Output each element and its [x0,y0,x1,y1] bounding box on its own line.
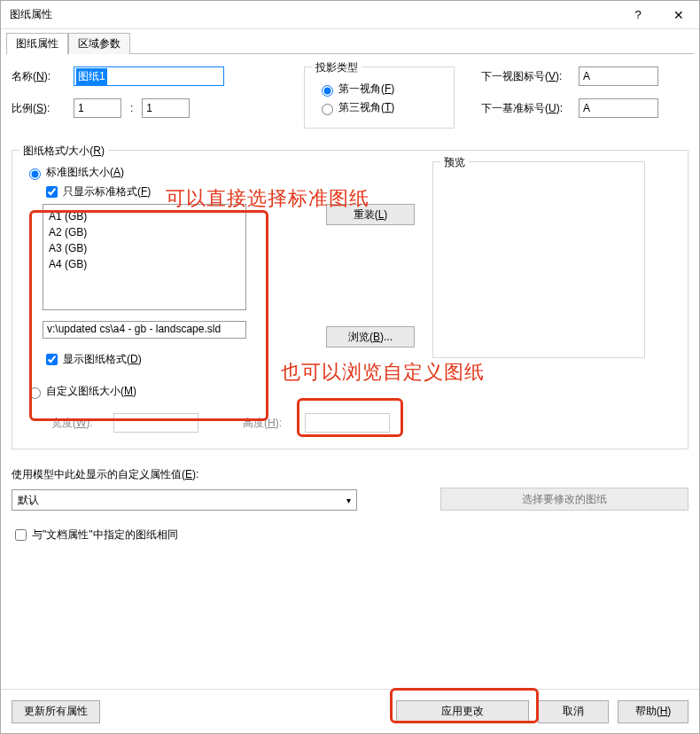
cancel-button[interactable]: 取消 [538,700,609,723]
custom-props-selected: 默认 [18,493,39,508]
dialog-footer: 更新所有属性 应用更改 取消 帮助(H) [1,689,699,733]
show-format-check[interactable]: 显示图纸格式(D) [43,351,291,368]
format-size-group: 图纸格式/大小(R) 标准图纸大小(A) 只显示标准格式(F) A1 (GB) … [12,150,688,449]
help-icon[interactable]: ? [618,1,658,29]
list-item[interactable]: A4 (GB) [49,256,240,272]
list-item[interactable]: A3 (GB) [49,240,240,256]
custom-dimensions-row: 宽度(W): 高度(H): [51,413,675,433]
scale-numerator-input[interactable] [74,98,121,118]
height-input [305,413,390,433]
scale-label: 比例(S): [12,101,74,116]
custom-props-select[interactable]: 默认 ▾ [12,489,357,511]
select-sheets-button[interactable]: 选择要修改的图纸 [440,488,688,511]
format-left-col: 标准图纸大小(A) 只显示标准格式(F) A1 (GB) A2 (GB) A3 … [25,161,291,402]
name-label: 名称(N): [12,69,74,84]
format-mid-col: 重装(L) 浏览(B)... [326,161,415,402]
next-datum-input[interactable] [579,98,658,118]
reload-button[interactable]: 重装(L) [326,204,415,225]
top-left-col: 名称(N): 图纸1 比例(S): : [12,66,268,118]
next-view-label: 下一视图标号(V): [481,69,579,84]
custom-props-label: 使用模型中此处显示的自定义属性值(E): [12,467,688,482]
show-format-check-input[interactable] [46,354,58,365]
template-path-field[interactable]: v:\updated cs\a4 - gb - landscape.sld [43,321,246,339]
standard-size-listbox[interactable]: A1 (GB) A2 (GB) A3 (GB) A4 (GB) [43,204,246,310]
top-right-col: 下一视图标号(V): 下一基准标号(U): [481,66,658,130]
third-angle-radio[interactable]: 第三视角(T) [317,100,441,115]
custom-size-radio[interactable]: 自定义图纸大小(M) [25,384,291,399]
help-button[interactable]: 帮助(H) [618,700,688,723]
chevron-down-icon: ▾ [346,496,351,505]
tab-sheet-properties[interactable]: 图纸属性 [6,33,68,55]
preview-group: 预览 [432,161,645,358]
first-angle-radio-input[interactable] [322,85,333,97]
apply-changes-button[interactable]: 应用更改 [396,700,529,723]
custom-props-section: 使用模型中此处显示的自定义属性值(E): 默认 ▾ 选择要修改的图纸 与"文档属… [12,467,688,543]
same-as-docprops-label: 与"文档属性"中指定的图纸相同 [32,527,178,543]
dialog-body: 名称(N): 图纸1 比例(S): : 投影类型 [1,54,699,689]
tab-strip: 图纸属性 区域参数 [1,29,699,54]
dialog-title: 图纸属性 [10,7,618,22]
name-input[interactable]: 图纸1 [74,66,224,86]
projection-group-label: 投影类型 [312,60,362,75]
width-label: 宽度(W): [51,416,113,431]
name-input-value: 图纸1 [76,68,107,85]
same-as-docprops-check[interactable]: 与"文档属性"中指定的图纸相同 [12,527,688,543]
close-icon[interactable]: ✕ [658,1,699,29]
standard-size-radio[interactable]: 标准图纸大小(A) [25,165,291,180]
only-standard-check[interactable]: 只显示标准格式(F) [43,184,291,200]
first-angle-radio[interactable]: 第一视角(F) [317,82,441,97]
sheet-properties-dialog: 图纸属性 ? ✕ 图纸属性 区域参数 名称(N): 图纸1 [0,0,700,734]
only-standard-check-input[interactable] [46,186,58,198]
next-view-input[interactable] [579,66,658,86]
standard-size-radio-input[interactable] [29,168,41,180]
height-label: 高度(H): [243,416,305,431]
same-as-docprops-check-input[interactable] [15,529,27,541]
format-size-group-label: 图纸格式/大小(R) [19,144,108,159]
width-input [113,413,198,433]
list-item[interactable]: A2 (GB) [49,224,240,240]
list-item[interactable]: A1 (GB) [49,208,240,224]
scale-denominator-input[interactable] [142,98,190,118]
preview-label: 预览 [440,155,469,170]
third-angle-radio-input[interactable] [322,104,333,115]
projection-group: 投影类型 第一视角(F) 第三视角(T) [304,66,455,129]
next-datum-label: 下一基准标号(U): [481,101,579,116]
tab-zone-params[interactable]: 区域参数 [68,33,130,54]
scale-colon: : [130,102,133,114]
title-bar: 图纸属性 ? ✕ [1,1,699,29]
update-all-button[interactable]: 更新所有属性 [12,700,100,723]
top-row: 名称(N): 图纸1 比例(S): : 投影类型 [12,66,688,130]
browse-button[interactable]: 浏览(B)... [326,326,415,347]
custom-size-radio-input[interactable] [29,387,41,399]
